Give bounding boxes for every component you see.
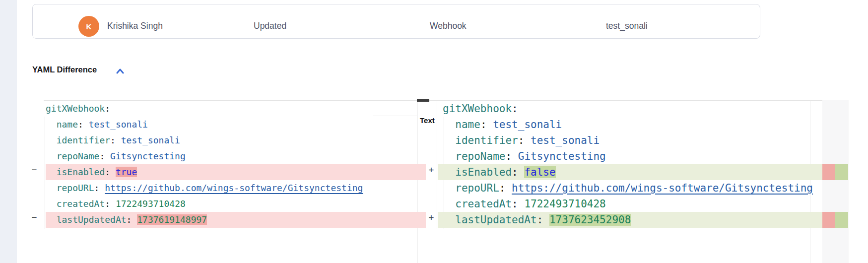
yaml-key: lastUpdatedAt [57, 214, 127, 225]
user-name: Krishika Singh [107, 21, 163, 31]
yaml-value-changed: false [524, 166, 555, 178]
yaml-key: name [455, 119, 480, 131]
yaml-key: name [57, 119, 78, 130]
plus-marker-icon: + [427, 164, 436, 180]
yaml-indent [46, 167, 57, 177]
yaml-value: Gitsynctesting [518, 150, 606, 162]
yaml-key: isEnabled [57, 167, 105, 177]
yaml-line: identifier: test_sonali [438, 132, 822, 148]
yaml-key: isEnabled [455, 166, 512, 178]
yaml-key: repoURL [455, 182, 499, 194]
page-background-strip [0, 0, 17, 263]
yaml-indent [443, 134, 455, 146]
overview-mark-removed [822, 212, 835, 228]
yaml-indent [46, 198, 57, 209]
yaml-line: gitXWebhook: [46, 101, 426, 117]
yaml-value: test_sonali [121, 135, 180, 145]
yaml-key: createdAt [57, 198, 105, 209]
yaml-colon: : [105, 103, 110, 114]
audit-event-row[interactable]: K Krishika Singh Updated Webhook test_so… [32, 4, 760, 39]
indent-guide-left [45, 117, 45, 229]
yaml-value-changed: 1737619148997 [137, 214, 207, 225]
yaml-key: gitXWebhook [443, 103, 512, 115]
yaml-value: 1722493710428 [524, 198, 605, 210]
right-editor-border [437, 100, 437, 229]
yaml-colon: : [94, 183, 105, 193]
yaml-indent [443, 166, 455, 178]
yaml-line: name: test_sonali [46, 117, 426, 132]
yaml-line-added: lastUpdatedAt: 1737623452908 [438, 212, 822, 228]
yaml-colon: : [518, 134, 531, 146]
overview-ruler[interactable] [822, 100, 849, 263]
overview-mark-removed [822, 164, 835, 180]
yaml-colon: : [99, 151, 110, 161]
yaml-indent [443, 119, 455, 131]
yaml-value: test_sonali [493, 119, 562, 131]
yaml-colon: : [110, 135, 121, 145]
yaml-line: identifier: test_sonali [46, 132, 426, 148]
yaml-value: test_sonali [89, 119, 148, 130]
yaml-indent [46, 135, 57, 145]
yaml-line: repoName: Gitsynctesting [438, 148, 822, 164]
yaml-line-removed: isEnabled: true [46, 164, 426, 180]
yaml-line: repoURL: https://github.com/wings-softwa… [46, 180, 426, 196]
yaml-value-changed: 1737623452908 [549, 214, 631, 226]
section-title: YAML Difference [32, 65, 97, 74]
yaml-colon: : [105, 198, 116, 209]
yaml-colon: : [512, 166, 524, 178]
overview-mark-added [835, 212, 848, 228]
yaml-indent [443, 182, 455, 194]
yaml-indent [443, 150, 455, 162]
yaml-indent [443, 198, 455, 210]
yaml-key: repoName [455, 150, 505, 162]
yaml-indent [46, 119, 57, 130]
yaml-key: repoName [57, 151, 100, 161]
yaml-line: createdAt: 1722493710428 [46, 196, 426, 212]
action-label: Updated [254, 21, 286, 31]
yaml-line: repoName: Gitsynctesting [46, 148, 426, 164]
yaml-colon: : [505, 150, 518, 162]
diff-left-editor[interactable]: gitXWebhook: name: test_sonali identifie… [46, 101, 426, 228]
yaml-colon: : [499, 182, 512, 194]
repo-url-link[interactable]: https://github.com/wings-software/Gitsyn… [512, 182, 813, 194]
overview-mark-added [835, 164, 848, 180]
minus-marker-icon: − [30, 164, 39, 180]
yaml-key: identifier [57, 135, 110, 145]
minus-marker-icon: − [30, 212, 39, 228]
yaml-indent [443, 214, 455, 226]
yaml-indent [46, 214, 57, 225]
yaml-line: name: test_sonali [438, 117, 822, 132]
yaml-indent [46, 183, 57, 193]
yaml-line: createdAt: 1722493710428 [438, 196, 822, 212]
yaml-colon: : [512, 103, 518, 115]
yaml-key: repoURL [57, 183, 94, 193]
avatar: K [78, 16, 99, 37]
yaml-line: repoURL: https://github.com/wings-softwa… [438, 180, 822, 196]
yaml-colon: : [537, 214, 549, 226]
yaml-colon: : [480, 119, 493, 131]
yaml-line-removed: lastUpdatedAt: 1737619148997 [46, 212, 426, 228]
yaml-colon: : [512, 198, 524, 210]
yaml-key: lastUpdatedAt [455, 214, 536, 226]
yaml-colon: : [127, 214, 137, 225]
yaml-value: test_sonali [531, 134, 600, 146]
resource-name-label: test_sonali [606, 21, 648, 31]
yaml-value: 1722493710428 [116, 198, 186, 209]
yaml-value-changed: true [116, 167, 137, 177]
yaml-key: createdAt [455, 198, 512, 210]
yaml-colon: : [78, 119, 89, 130]
yaml-colon: : [105, 167, 116, 177]
yaml-value: Gitsynctesting [110, 151, 186, 161]
yaml-indent [46, 151, 57, 161]
yaml-key: identifier [455, 134, 518, 146]
plus-marker-icon: + [427, 212, 436, 228]
resource-type-label: Webhook [430, 21, 467, 31]
chevron-up-icon[interactable] [115, 66, 126, 77]
yaml-line: gitXWebhook: [438, 101, 822, 117]
yaml-key: gitXWebhook [46, 103, 105, 114]
repo-url-link[interactable]: https://github.com/wings-software/Gitsyn… [105, 183, 363, 193]
yaml-line-added: isEnabled: false [438, 164, 822, 180]
diff-right-editor[interactable]: gitXWebhook: name: test_sonali identifie… [438, 101, 822, 228]
